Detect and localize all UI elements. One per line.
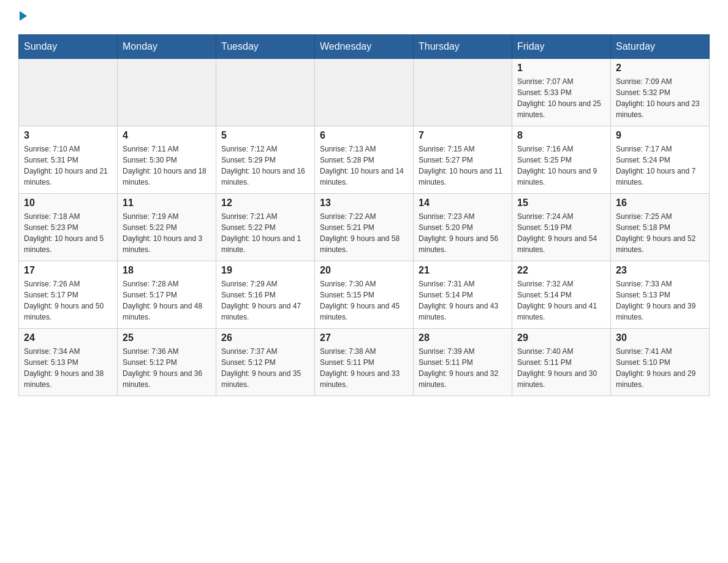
weekday-header-saturday: Saturday: [611, 35, 710, 59]
calendar-cell: 20Sunrise: 7:30 AMSunset: 5:15 PMDayligh…: [315, 261, 414, 329]
calendar-cell: 28Sunrise: 7:39 AMSunset: 5:11 PMDayligh…: [414, 329, 512, 396]
day-number: 28: [419, 332, 507, 343]
calendar-cell: 12Sunrise: 7:21 AMSunset: 5:22 PMDayligh…: [216, 194, 315, 261]
day-info: Sunrise: 7:28 AMSunset: 5:17 PMDaylight:…: [123, 278, 211, 323]
calendar-cell: 1Sunrise: 7:07 AMSunset: 5:33 PMDaylight…: [512, 59, 611, 126]
day-number: 11: [123, 197, 211, 209]
calendar-cell: 23Sunrise: 7:33 AMSunset: 5:13 PMDayligh…: [611, 261, 710, 329]
weekday-header-sunday: Sunday: [19, 35, 118, 59]
calendar-cell: 11Sunrise: 7:19 AMSunset: 5:22 PMDayligh…: [118, 194, 216, 261]
day-number: 23: [616, 265, 704, 276]
day-info: Sunrise: 7:13 AMSunset: 5:28 PMDaylight:…: [320, 144, 408, 188]
weekday-header-wednesday: Wednesday: [315, 35, 414, 59]
day-number: 21: [419, 265, 507, 276]
calendar-cell: 16Sunrise: 7:25 AMSunset: 5:18 PMDayligh…: [611, 194, 710, 261]
calendar-cell: 22Sunrise: 7:32 AMSunset: 5:14 PMDayligh…: [512, 261, 611, 329]
day-number: 2: [616, 63, 704, 74]
weekday-header-monday: Monday: [118, 35, 216, 59]
week-row-4: 17Sunrise: 7:26 AMSunset: 5:17 PMDayligh…: [19, 261, 710, 329]
day-info: Sunrise: 7:39 AMSunset: 5:11 PMDaylight:…: [419, 346, 507, 390]
logo-arrow-icon: [20, 11, 27, 21]
day-info: Sunrise: 7:41 AMSunset: 5:10 PMDaylight:…: [616, 346, 704, 390]
day-number: 29: [517, 332, 605, 343]
day-number: 22: [517, 265, 605, 276]
calendar-cell: 2Sunrise: 7:09 AMSunset: 5:32 PMDaylight…: [611, 59, 710, 126]
day-info: Sunrise: 7:07 AMSunset: 5:33 PMDaylight:…: [517, 76, 605, 120]
day-info: Sunrise: 7:19 AMSunset: 5:22 PMDaylight:…: [123, 211, 211, 255]
day-info: Sunrise: 7:10 AMSunset: 5:31 PMDaylight:…: [24, 144, 112, 188]
day-info: Sunrise: 7:29 AMSunset: 5:16 PMDaylight:…: [221, 278, 309, 323]
calendar-cell: 13Sunrise: 7:22 AMSunset: 5:21 PMDayligh…: [315, 194, 414, 261]
day-number: 4: [123, 130, 211, 141]
day-info: Sunrise: 7:30 AMSunset: 5:15 PMDaylight:…: [320, 278, 408, 323]
week-row-2: 3Sunrise: 7:10 AMSunset: 5:31 PMDaylight…: [19, 126, 710, 194]
day-info: Sunrise: 7:33 AMSunset: 5:13 PMDaylight:…: [616, 278, 704, 323]
day-number: 19: [221, 265, 309, 276]
day-info: Sunrise: 7:18 AMSunset: 5:23 PMDaylight:…: [24, 211, 112, 255]
day-number: 26: [221, 332, 309, 343]
day-number: 30: [616, 332, 704, 343]
weekday-header-row: SundayMondayTuesdayWednesdayThursdayFrid…: [19, 35, 710, 59]
day-info: Sunrise: 7:32 AMSunset: 5:14 PMDaylight:…: [517, 278, 605, 323]
weekday-header-thursday: Thursday: [414, 35, 512, 59]
calendar-cell: 7Sunrise: 7:15 AMSunset: 5:27 PMDaylight…: [414, 126, 512, 194]
logo: [18, 12, 27, 22]
header: [18, 12, 710, 22]
calendar-cell: 6Sunrise: 7:13 AMSunset: 5:28 PMDaylight…: [315, 126, 414, 194]
day-number: 9: [616, 130, 704, 141]
calendar-cell: 17Sunrise: 7:26 AMSunset: 5:17 PMDayligh…: [19, 261, 118, 329]
calendar-cell: [19, 59, 118, 126]
day-number: 10: [24, 197, 112, 209]
day-info: Sunrise: 7:25 AMSunset: 5:18 PMDaylight:…: [616, 211, 704, 255]
day-number: 12: [221, 197, 309, 209]
day-number: 1: [517, 63, 605, 74]
day-info: Sunrise: 7:40 AMSunset: 5:11 PMDaylight:…: [517, 346, 605, 390]
day-info: Sunrise: 7:16 AMSunset: 5:25 PMDaylight:…: [517, 144, 605, 188]
day-info: Sunrise: 7:12 AMSunset: 5:29 PMDaylight:…: [221, 144, 309, 188]
day-number: 13: [320, 197, 408, 209]
day-number: 5: [221, 130, 309, 141]
day-number: 8: [517, 130, 605, 141]
calendar-cell: [315, 59, 414, 126]
day-info: Sunrise: 7:22 AMSunset: 5:21 PMDaylight:…: [320, 211, 408, 255]
day-info: Sunrise: 7:36 AMSunset: 5:12 PMDaylight:…: [123, 346, 211, 390]
day-number: 7: [419, 130, 507, 141]
day-number: 15: [517, 197, 605, 209]
calendar-cell: 30Sunrise: 7:41 AMSunset: 5:10 PMDayligh…: [611, 329, 710, 396]
calendar-cell: [414, 59, 512, 126]
day-number: 6: [320, 130, 408, 141]
calendar-table: SundayMondayTuesdayWednesdayThursdayFrid…: [18, 34, 710, 396]
day-number: 20: [320, 265, 408, 276]
weekday-header-tuesday: Tuesday: [216, 35, 315, 59]
week-row-3: 10Sunrise: 7:18 AMSunset: 5:23 PMDayligh…: [19, 194, 710, 261]
day-number: 17: [24, 265, 112, 276]
calendar-cell: 29Sunrise: 7:40 AMSunset: 5:11 PMDayligh…: [512, 329, 611, 396]
day-number: 24: [24, 332, 112, 343]
calendar-cell: [118, 59, 216, 126]
calendar-cell: 14Sunrise: 7:23 AMSunset: 5:20 PMDayligh…: [414, 194, 512, 261]
calendar-cell: 3Sunrise: 7:10 AMSunset: 5:31 PMDaylight…: [19, 126, 118, 194]
calendar-cell: 26Sunrise: 7:37 AMSunset: 5:12 PMDayligh…: [216, 329, 315, 396]
day-number: 14: [419, 197, 507, 209]
day-number: 3: [24, 130, 112, 141]
day-info: Sunrise: 7:38 AMSunset: 5:11 PMDaylight:…: [320, 346, 408, 390]
day-info: Sunrise: 7:34 AMSunset: 5:13 PMDaylight:…: [24, 346, 112, 390]
calendar-cell: 18Sunrise: 7:28 AMSunset: 5:17 PMDayligh…: [118, 261, 216, 329]
calendar-cell: 15Sunrise: 7:24 AMSunset: 5:19 PMDayligh…: [512, 194, 611, 261]
day-info: Sunrise: 7:17 AMSunset: 5:24 PMDaylight:…: [616, 144, 704, 188]
calendar-cell: 21Sunrise: 7:31 AMSunset: 5:14 PMDayligh…: [414, 261, 512, 329]
calendar-cell: 10Sunrise: 7:18 AMSunset: 5:23 PMDayligh…: [19, 194, 118, 261]
calendar-cell: 8Sunrise: 7:16 AMSunset: 5:25 PMDaylight…: [512, 126, 611, 194]
day-info: Sunrise: 7:26 AMSunset: 5:17 PMDaylight:…: [24, 278, 112, 323]
calendar-cell: 9Sunrise: 7:17 AMSunset: 5:24 PMDaylight…: [611, 126, 710, 194]
calendar-cell: 24Sunrise: 7:34 AMSunset: 5:13 PMDayligh…: [19, 329, 118, 396]
calendar-cell: [216, 59, 315, 126]
day-info: Sunrise: 7:23 AMSunset: 5:20 PMDaylight:…: [419, 211, 507, 255]
calendar-cell: 4Sunrise: 7:11 AMSunset: 5:30 PMDaylight…: [118, 126, 216, 194]
week-row-5: 24Sunrise: 7:34 AMSunset: 5:13 PMDayligh…: [19, 329, 710, 396]
day-number: 16: [616, 197, 704, 209]
calendar-cell: 5Sunrise: 7:12 AMSunset: 5:29 PMDaylight…: [216, 126, 315, 194]
day-info: Sunrise: 7:09 AMSunset: 5:32 PMDaylight:…: [616, 76, 704, 120]
day-info: Sunrise: 7:11 AMSunset: 5:30 PMDaylight:…: [123, 144, 211, 188]
calendar-cell: 25Sunrise: 7:36 AMSunset: 5:12 PMDayligh…: [118, 329, 216, 396]
